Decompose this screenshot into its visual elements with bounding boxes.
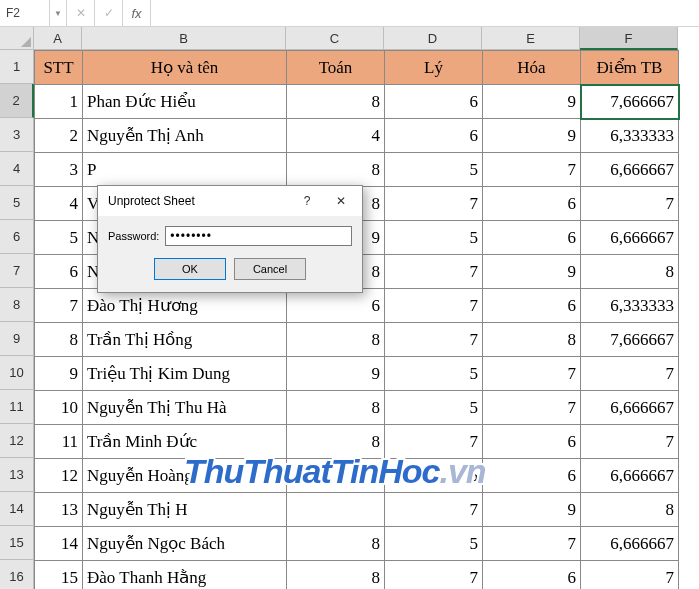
cell-B4[interactable]: P (83, 153, 287, 187)
row-header-11[interactable]: 11 (0, 390, 34, 424)
cancel-button[interactable]: Cancel (234, 258, 306, 280)
header-cell-f[interactable]: Điểm TB (581, 51, 679, 85)
cell-B11[interactable]: Nguyễn Thị Thu Hà (83, 391, 287, 425)
select-all-corner[interactable] (0, 27, 34, 50)
ok-button[interactable]: OK (154, 258, 226, 280)
cell-D6[interactable]: 5 (385, 221, 483, 255)
row-header-12[interactable]: 12 (0, 424, 34, 458)
cell-D15[interactable]: 5 (385, 527, 483, 561)
cell-E3[interactable]: 9 (483, 119, 581, 153)
cell-F14[interactable]: 8 (581, 493, 679, 527)
cell-C15[interactable]: 8 (287, 527, 385, 561)
cell-D16[interactable]: 7 (385, 561, 483, 590)
cell-E9[interactable]: 8 (483, 323, 581, 357)
cell-E12[interactable]: 6 (483, 425, 581, 459)
cell-C10[interactable]: 9 (287, 357, 385, 391)
col-header-F[interactable]: F (580, 27, 678, 50)
help-button[interactable]: ? (290, 188, 324, 214)
cell-A12[interactable]: 11 (35, 425, 83, 459)
cell-C13[interactable]: 9 (287, 459, 385, 493)
col-header-D[interactable]: D (384, 27, 482, 50)
cell-D14[interactable]: 7 (385, 493, 483, 527)
cell-C16[interactable]: 8 (287, 561, 385, 590)
cell-F16[interactable]: 7 (581, 561, 679, 590)
cell-A5[interactable]: 4 (35, 187, 83, 221)
cell-F6[interactable]: 6,666667 (581, 221, 679, 255)
cell-E8[interactable]: 6 (483, 289, 581, 323)
cell-B9[interactable]: Trần Thị Hồng (83, 323, 287, 357)
cell-C2[interactable]: 8 (287, 85, 385, 119)
cell-C3[interactable]: 4 (287, 119, 385, 153)
cell-D11[interactable]: 5 (385, 391, 483, 425)
header-cell-c[interactable]: Toán (287, 51, 385, 85)
col-header-B[interactable]: B (82, 27, 286, 50)
header-cell-b[interactable]: Họ và tên (83, 51, 287, 85)
cell-F11[interactable]: 6,666667 (581, 391, 679, 425)
cell-B3[interactable]: Nguyễn Thị Anh (83, 119, 287, 153)
cell-A15[interactable]: 14 (35, 527, 83, 561)
cell-C14[interactable] (287, 493, 385, 527)
row-header-10[interactable]: 10 (0, 356, 34, 390)
cell-B14[interactable]: Nguyễn Thị H (83, 493, 287, 527)
cell-E7[interactable]: 9 (483, 255, 581, 289)
cell-C12[interactable]: 8 (287, 425, 385, 459)
password-input[interactable] (165, 226, 352, 246)
row-header-16[interactable]: 16 (0, 560, 34, 589)
cell-C9[interactable]: 8 (287, 323, 385, 357)
row-header-13[interactable]: 13 (0, 458, 34, 492)
row-header-6[interactable]: 6 (0, 220, 34, 254)
row-header-3[interactable]: 3 (0, 118, 34, 152)
cell-E5[interactable]: 6 (483, 187, 581, 221)
cell-A13[interactable]: 12 (35, 459, 83, 493)
cell-F9[interactable]: 7,666667 (581, 323, 679, 357)
cell-A3[interactable]: 2 (35, 119, 83, 153)
row-header-15[interactable]: 15 (0, 526, 34, 560)
cell-D3[interactable]: 6 (385, 119, 483, 153)
cell-F12[interactable]: 7 (581, 425, 679, 459)
cell-E4[interactable]: 7 (483, 153, 581, 187)
header-cell-e[interactable]: Hóa (483, 51, 581, 85)
cell-E15[interactable]: 7 (483, 527, 581, 561)
cell-B2[interactable]: Phan Đức Hiểu (83, 85, 287, 119)
cell-D7[interactable]: 7 (385, 255, 483, 289)
row-header-2[interactable]: 2 (0, 84, 34, 118)
cell-E2[interactable]: 9 (483, 85, 581, 119)
cell-F4[interactable]: 6,666667 (581, 153, 679, 187)
cell-B13[interactable]: Nguyễn Hoàng (83, 459, 287, 493)
name-box[interactable]: F2 (0, 0, 50, 26)
cell-A7[interactable]: 6 (35, 255, 83, 289)
cell-E13[interactable]: 6 (483, 459, 581, 493)
cell-F7[interactable]: 8 (581, 255, 679, 289)
cell-F8[interactable]: 6,333333 (581, 289, 679, 323)
col-header-C[interactable]: C (286, 27, 384, 50)
cell-B12[interactable]: Trần Minh Đức (83, 425, 287, 459)
cell-D9[interactable]: 7 (385, 323, 483, 357)
spreadsheet-cells[interactable]: STTHọ và tênToánLýHóaĐiểm TB1Phan Đức Hi… (34, 50, 679, 589)
cell-E16[interactable]: 6 (483, 561, 581, 590)
cell-C4[interactable]: 8 (287, 153, 385, 187)
cell-B8[interactable]: Đào Thị Hương (83, 289, 287, 323)
cell-D2[interactable]: 6 (385, 85, 483, 119)
cell-A14[interactable]: 13 (35, 493, 83, 527)
cell-D10[interactable]: 5 (385, 357, 483, 391)
cell-A8[interactable]: 7 (35, 289, 83, 323)
cell-E14[interactable]: 9 (483, 493, 581, 527)
cell-D4[interactable]: 5 (385, 153, 483, 187)
cell-F3[interactable]: 6,333333 (581, 119, 679, 153)
cell-A16[interactable]: 15 (35, 561, 83, 590)
cell-D13[interactable]: 5 (385, 459, 483, 493)
row-header-9[interactable]: 9 (0, 322, 34, 356)
formula-input[interactable] (151, 0, 699, 26)
row-header-4[interactable]: 4 (0, 152, 34, 186)
cell-A6[interactable]: 5 (35, 221, 83, 255)
header-cell-a[interactable]: STT (35, 51, 83, 85)
cell-D12[interactable]: 7 (385, 425, 483, 459)
cell-D8[interactable]: 7 (385, 289, 483, 323)
cell-A11[interactable]: 10 (35, 391, 83, 425)
cell-F15[interactable]: 6,666667 (581, 527, 679, 561)
row-header-1[interactable]: 1 (0, 50, 34, 84)
cell-A4[interactable]: 3 (35, 153, 83, 187)
close-button[interactable]: ✕ (324, 188, 358, 214)
row-header-14[interactable]: 14 (0, 492, 34, 526)
cell-F2[interactable]: 7,666667 (581, 85, 679, 119)
